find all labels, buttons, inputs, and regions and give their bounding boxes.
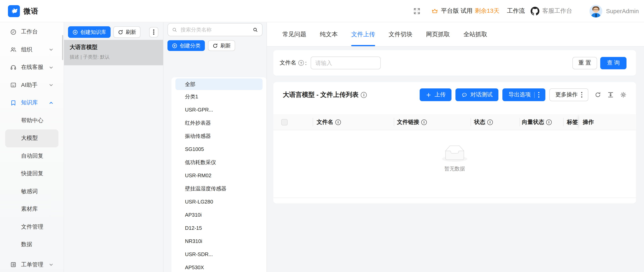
reset-button[interactable]: 重 置	[572, 57, 597, 69]
create-kb-button[interactable]: 创建知识库	[68, 26, 110, 38]
category-item-all[interactable]: 全部	[176, 79, 262, 90]
sidebar-subitem-auto-reply[interactable]: 自动回复	[0, 147, 64, 165]
kb-refresh-button[interactable]: 刷新	[113, 26, 140, 38]
select-all-checkbox[interactable]	[281, 119, 288, 125]
more-actions-button[interactable]: 更多操作	[549, 88, 588, 101]
table-refresh-icon[interactable]	[595, 92, 601, 98]
agent-workbench-link[interactable]: 客服工作台	[542, 7, 572, 15]
sidebar-item-ticket-management[interactable]: 工单管理	[0, 256, 64, 272]
kb-list-item-selected[interactable]: 大语言模型 描述 | 子类型: 默认	[64, 40, 163, 65]
kb-more-button[interactable]	[149, 27, 158, 37]
refresh-icon	[118, 29, 123, 35]
workflow-link[interactable]: 工作流	[507, 7, 525, 15]
tab-web-crawl[interactable]: 网页抓取	[426, 22, 450, 46]
tab-file-chunk[interactable]: 文件切块	[389, 22, 412, 46]
empty-text: 暂无数据	[444, 165, 465, 172]
sidebar-item-label: 知识库	[21, 99, 38, 107]
github-icon[interactable]	[531, 7, 540, 15]
sidebar-subitem-file-management[interactable]: 文件管理	[0, 218, 64, 236]
header-cell-select	[273, 114, 313, 130]
category-item[interactable]: USR-LG280	[172, 195, 266, 208]
more-dots-icon	[538, 92, 540, 98]
trial-remaining: 剩余13天	[475, 7, 500, 15]
fullscreen-icon[interactable]	[413, 7, 421, 15]
sidebar-scrollbar[interactable]	[62, 35, 63, 60]
refresh-icon	[212, 43, 218, 48]
info-icon: i	[546, 119, 552, 125]
tab-faq[interactable]: 常见问题	[282, 22, 306, 46]
user-avatar[interactable]	[590, 5, 602, 17]
query-button[interactable]: 查 询	[600, 57, 626, 69]
sidebar-item-label: 敏感词	[21, 188, 38, 195]
topbar-right: 平台版 试用 剩余13天 工作流 客服工作台 SuperAdmin	[413, 5, 639, 17]
filename-filter-label: 文件名 ? :	[280, 59, 307, 67]
sidebar-subitem-quick-reply[interactable]: 快捷回复	[0, 165, 64, 183]
header-cell-filename[interactable]: 文件名i	[313, 114, 394, 130]
chevron-up-icon	[49, 101, 53, 105]
chevron-down-icon	[49, 48, 53, 52]
kb-item-title: 大语言模型	[70, 44, 158, 51]
sidebar-subitem-help-center[interactable]: 帮助中心	[0, 112, 64, 129]
table-toolbar: 上传 对话测试 导出选项	[420, 88, 626, 101]
create-category-button[interactable]: 创建分类	[168, 40, 205, 51]
plus-circle-icon	[172, 43, 178, 48]
sidebar-subitem-sensitive-words[interactable]: 敏感词	[0, 183, 64, 200]
dove-icon	[10, 7, 18, 15]
category-item[interactable]: D12-15	[172, 221, 266, 234]
tab-site-crawl[interactable]: 全站抓取	[464, 22, 487, 46]
category-item[interactable]: USR-RM02	[172, 169, 266, 182]
filename-filter-input[interactable]	[311, 57, 381, 69]
sidebar-item-knowledge-base[interactable]: 知识库	[0, 94, 64, 112]
category-item[interactable]: AP530X	[172, 261, 266, 272]
plus-icon	[426, 92, 432, 98]
crown-icon	[431, 7, 438, 15]
info-icon: i	[487, 119, 493, 125]
sidebar-item-organization[interactable]: 组织	[0, 41, 64, 59]
settings-gear-icon[interactable]	[620, 92, 626, 98]
header-cell-status[interactable]: 状态i	[470, 114, 520, 130]
sidebar-item-label: AI助手	[21, 82, 38, 89]
sidebar-item-workbench[interactable]: 工作台	[0, 23, 64, 41]
category-item[interactable]: USR-SDR...	[172, 248, 266, 261]
category-item[interactable]: 振动传感器	[172, 129, 266, 143]
sidebar-item-online-service[interactable]: 在线客服	[0, 59, 64, 76]
bookmark-icon	[10, 100, 17, 106]
header-cell-filelink[interactable]: 文件链接i	[394, 114, 470, 130]
category-item[interactable]: USR-GPR...	[172, 103, 266, 116]
category-item[interactable]: 红外抄表器	[172, 116, 266, 129]
category-item[interactable]: SG1005	[172, 143, 266, 156]
brand: 微语	[8, 5, 38, 17]
category-item[interactable]: 低功耗数采仪	[172, 156, 266, 169]
chat-test-button[interactable]: 对话测试	[456, 88, 498, 101]
header-cell-tags[interactable]: 标签	[563, 114, 579, 130]
row-density-icon[interactable]	[608, 92, 614, 98]
sidebar-subitem-material-library[interactable]: 素材库	[0, 200, 64, 218]
sidebar-item-label: 快捷回复	[21, 170, 43, 177]
kb-item-desc: 描述 | 子类型: 默认	[70, 54, 158, 61]
kb-toolbar: 创建知识库 刷新	[64, 22, 163, 38]
tab-file-upload[interactable]: 文件上传	[351, 22, 375, 46]
sidebar-item-label: 工作台	[21, 29, 38, 36]
export-options-button[interactable]: 导出选项	[502, 88, 546, 101]
table-title: 大语言模型 - 文件上传列表 i	[283, 91, 367, 99]
sidebar-subitem-llm[interactable]: 大模型	[5, 129, 58, 147]
search-submit-icon[interactable]	[252, 27, 258, 33]
category-refresh-label: 刷新	[220, 42, 231, 49]
category-item[interactable]: 分类1	[172, 90, 266, 103]
category-search-input[interactable]	[180, 27, 250, 33]
upload-button[interactable]: 上传	[420, 88, 452, 101]
category-item[interactable]: AP310i	[172, 208, 266, 221]
category-item[interactable]: 壁挂温湿度传感器	[172, 182, 266, 195]
username[interactable]: SuperAdmin	[606, 8, 639, 14]
category-search-box	[168, 23, 262, 36]
category-item[interactable]: NR310i	[172, 234, 266, 248]
info-icon: i	[335, 119, 341, 125]
sidebar-subitem-data[interactable]: 数据	[0, 236, 64, 253]
sidebar-item-ai-assistant[interactable]: AI助手	[0, 76, 64, 94]
plan-badge[interactable]: 平台版 试用 剩余13天	[431, 7, 500, 15]
filter-card: 文件名 ? : 重 置 查 询	[273, 50, 636, 76]
header-cell-vector-status[interactable]: 向量状态i	[520, 114, 563, 130]
tab-plain-text[interactable]: 纯文本	[320, 22, 338, 46]
topbar: 微语 平台版 试用 剩余13天 工作流 客服工作台	[0, 0, 644, 22]
category-refresh-button[interactable]: 刷新	[208, 40, 235, 51]
